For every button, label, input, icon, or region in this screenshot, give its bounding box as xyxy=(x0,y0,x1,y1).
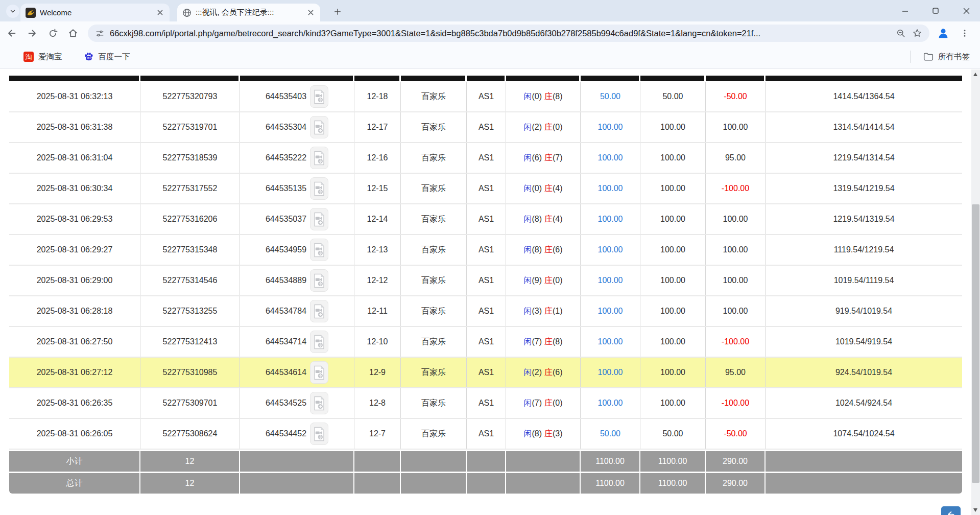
table-row: 2025-08-31 06:30:34 522775317552 6445351… xyxy=(9,174,962,204)
video-replay-button[interactable] xyxy=(310,239,328,261)
window-minimize-button[interactable] xyxy=(893,0,917,21)
cell-bet-content: 闲(8)庄(6) xyxy=(506,235,581,265)
cell-bet-amount: 50.00 xyxy=(581,419,640,449)
video-file-icon xyxy=(313,181,325,196)
tab-title: :::视讯, 会员下注纪录::: xyxy=(196,8,302,17)
video-replay-button[interactable] xyxy=(310,85,328,108)
cell-bet-amount: 50.00 xyxy=(581,82,640,111)
game-number: 644534714 xyxy=(266,337,306,346)
video-file-icon xyxy=(313,396,325,411)
bookmark-baidu[interactable]: du 百度一下 xyxy=(81,49,133,64)
banker-points: (0) xyxy=(553,276,563,285)
tab-close-button[interactable] xyxy=(155,8,164,17)
tab-search-button[interactable] xyxy=(6,5,19,18)
close-icon xyxy=(308,10,314,15)
game-number: 644535304 xyxy=(266,123,306,132)
cell-bet-number: 522775316206 xyxy=(140,204,240,234)
cell-balance: 924.54/1019.54 xyxy=(766,358,962,387)
cell-round: 12-10 xyxy=(354,327,401,357)
bookmark-star-button[interactable] xyxy=(912,28,922,38)
cell-valid-amount: 100.00 xyxy=(640,296,706,326)
cell-game-type: 百家乐 xyxy=(401,174,467,203)
cell-table-code: AS1 xyxy=(467,143,506,173)
bookmark-taobao[interactable]: 淘 爱淘宝 xyxy=(20,49,65,64)
reload-button[interactable] xyxy=(44,25,61,42)
video-replay-button[interactable] xyxy=(310,300,328,322)
cell-game-number: 644535403 xyxy=(240,82,354,111)
banker-bet-label: 庄 xyxy=(544,245,553,254)
new-tab-button[interactable] xyxy=(331,5,344,18)
cell-bet-amount: 100.00 xyxy=(581,235,640,265)
cell-game-type: 百家乐 xyxy=(401,419,467,449)
player-points: (6) xyxy=(532,153,542,162)
player-bet-label: 闲 xyxy=(523,215,532,223)
video-replay-button[interactable] xyxy=(310,392,328,414)
chevron-down-icon xyxy=(9,8,16,15)
back-to-top-button[interactable] xyxy=(941,506,961,515)
cell-valid-amount: 100.00 xyxy=(640,143,706,173)
tab-title: Welcome xyxy=(40,8,151,17)
total-winloss: 290.00 xyxy=(706,473,766,494)
cell-game-type: 百家乐 xyxy=(401,82,467,111)
cell-round: 12-17 xyxy=(354,112,401,142)
video-replay-button[interactable] xyxy=(310,208,328,230)
video-replay-button[interactable] xyxy=(310,331,328,353)
cell-game-number: 644534889 xyxy=(240,266,354,295)
tab-bet-record[interactable]: :::视讯, 会员下注纪录::: xyxy=(177,4,320,21)
site-favicon-dragon-icon xyxy=(26,8,36,18)
cell-balance: 1024.54/924.54 xyxy=(766,388,962,418)
game-number: 644534614 xyxy=(266,368,306,377)
home-button[interactable] xyxy=(64,25,82,42)
video-replay-button[interactable] xyxy=(310,116,328,138)
forward-button[interactable] xyxy=(23,25,41,42)
cell-bet-content: 闲(8)庄(3) xyxy=(506,419,581,449)
cell-bet-number: 522775315348 xyxy=(140,235,240,265)
browser-window: Welcome :::视讯, 会员下注纪录::: xyxy=(0,0,980,515)
cell-bet-time: 2025-08-31 06:30:34 xyxy=(9,174,140,203)
cell-balance: 1119.54/1219.54 xyxy=(766,235,962,265)
address-bar[interactable]: 66cxkj98.com/ipl/portal.php/game/betreco… xyxy=(88,25,929,42)
table-row: 2025-08-31 06:31:38 522775319701 6445353… xyxy=(9,112,962,143)
close-icon xyxy=(963,8,970,14)
video-file-icon xyxy=(313,151,325,166)
cell-winloss: 95.00 xyxy=(706,143,766,173)
tab-welcome[interactable]: Welcome xyxy=(20,4,170,21)
all-bookmarks-label: 所有书签 xyxy=(938,52,970,62)
svg-text:淘: 淘 xyxy=(26,53,32,61)
cell-valid-amount: 50.00 xyxy=(640,419,706,449)
scrollbar-down-arrow[interactable] xyxy=(973,508,977,512)
tab-close-button[interactable] xyxy=(306,8,315,17)
table-row: 2025-08-31 06:31:04 522775318539 6445352… xyxy=(9,143,962,174)
scrollbar-thumb[interactable] xyxy=(972,204,979,483)
scrollbar-up-arrow[interactable] xyxy=(973,73,977,76)
cell-balance: 1314.54/1414.54 xyxy=(766,112,962,142)
video-replay-button[interactable] xyxy=(310,423,328,445)
cell-bet-number: 522775317552 xyxy=(140,174,240,203)
back-button[interactable] xyxy=(3,25,20,42)
player-bet-label: 闲 xyxy=(523,276,532,285)
player-points: (3) xyxy=(532,307,542,315)
player-bet-label: 闲 xyxy=(523,153,532,162)
cell-bet-number: 522775308624 xyxy=(140,419,240,449)
video-replay-button[interactable] xyxy=(310,361,328,384)
cell-balance: 1319.54/1219.54 xyxy=(766,174,962,203)
cell-winloss: 95.00 xyxy=(706,358,766,387)
window-maximize-button[interactable] xyxy=(924,0,947,21)
profile-avatar[interactable] xyxy=(935,25,952,42)
subtotal-winloss: 290.00 xyxy=(706,451,766,472)
video-replay-button[interactable] xyxy=(310,147,328,169)
all-bookmarks-button[interactable]: 所有书签 xyxy=(920,49,973,64)
page-content: 2025-08-31 06:32:13 522775320793 6445354… xyxy=(0,69,980,515)
cell-bet-amount: 100.00 xyxy=(581,204,640,234)
table-row: 2025-08-31 06:29:53 522775316206 6445350… xyxy=(9,204,962,235)
cell-bet-number: 522775320793 xyxy=(140,82,240,111)
window-close-button[interactable] xyxy=(954,0,978,21)
cell-balance: 1019.54/919.54 xyxy=(766,327,962,357)
browser-menu-button[interactable] xyxy=(956,25,973,42)
video-replay-button[interactable] xyxy=(310,177,328,200)
zoom-level-button[interactable] xyxy=(896,28,906,38)
vertical-scrollbar[interactable] xyxy=(971,69,980,515)
cell-bet-number: 522775312413 xyxy=(140,327,240,357)
video-replay-button[interactable] xyxy=(310,269,328,292)
video-file-icon xyxy=(313,273,325,288)
